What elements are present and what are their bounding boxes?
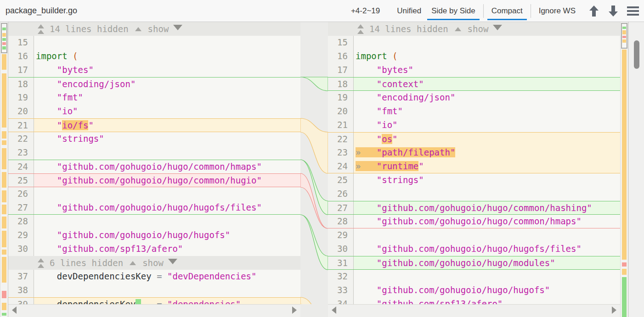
line-number: 21 — [328, 118, 354, 132]
prev-change-up-icon[interactable] — [588, 5, 600, 17]
overview-mark — [2, 231, 6, 247]
overview-mark — [2, 190, 6, 202]
code-row: 20 "fmt" — [328, 105, 620, 118]
overview-mark — [2, 172, 6, 188]
code-row: 32 — [328, 270, 620, 284]
show-link[interactable]: show — [142, 258, 164, 268]
line-number: 34 — [328, 297, 354, 304]
line-number: 27 — [328, 201, 354, 214]
line-number: 30 — [328, 242, 354, 256]
show-link[interactable]: show — [148, 24, 169, 34]
overview-mark — [2, 313, 6, 316]
expand-down-icon[interactable] — [173, 25, 182, 30]
line-number: 22 — [328, 133, 354, 146]
left-horizontal-scrollbar[interactable] — [8, 304, 300, 315]
line-number: 33 — [328, 284, 354, 297]
diff-connector — [300, 77, 328, 91]
line-number: 25 — [328, 173, 354, 187]
right-horizontal-scrollbar[interactable] — [328, 304, 620, 315]
show-link[interactable]: show — [468, 24, 489, 34]
compact-button[interactable]: Compact — [486, 0, 528, 22]
scroll-left-icon[interactable] — [12, 306, 17, 314]
overview-mark — [2, 54, 6, 70]
hidden-lines-label: 6 lines hidden — [50, 258, 123, 268]
line-number: 28 — [8, 215, 34, 228]
unified-button[interactable]: Unified — [392, 0, 426, 22]
right-overview-ruler[interactable] — [620, 22, 628, 317]
code-line — [34, 187, 300, 201]
code-row: 21 "io/fs" — [8, 118, 300, 132]
ignore-ws-button[interactable]: Ignore WS — [534, 0, 581, 22]
expand-down-icon[interactable] — [168, 259, 177, 264]
code-line: "strings" — [34, 132, 300, 146]
overview-mark — [2, 46, 6, 50]
expand-down-icon[interactable] — [493, 25, 502, 30]
code-row: 34 "github.com/spf13/afero" — [328, 297, 620, 304]
scroll-left-icon[interactable] — [332, 306, 336, 314]
code-line: import ( — [34, 50, 300, 63]
code-row: 25 "strings" — [328, 173, 620, 187]
code-row: 28 "github.com/gohugoio/hugo/common/hmap… — [328, 215, 620, 228]
code-row: 22 "os" — [328, 132, 620, 146]
code-line: "bytes" — [354, 63, 620, 77]
diff-connector — [300, 215, 328, 270]
overview-viewport[interactable] — [621, 23, 627, 49]
expand-above-icon[interactable] — [135, 27, 141, 31]
code-row: 21 "io" — [328, 118, 620, 132]
expand-up-icon[interactable] — [38, 24, 44, 34]
overview-mark — [622, 50, 627, 260]
overview-mark — [2, 217, 6, 228]
code-line — [34, 215, 300, 228]
expand-above-icon[interactable] — [130, 261, 136, 265]
next-change-down-icon[interactable] — [607, 5, 619, 17]
line-number: 21 — [8, 119, 34, 132]
code-line — [34, 284, 300, 297]
side-by-side-button[interactable]: Side by Side — [426, 0, 480, 22]
line-number: 17 — [8, 63, 34, 77]
overview-mark — [2, 33, 6, 37]
vertical-scrollbar[interactable] — [628, 22, 644, 317]
right-code-view: 14 lines hiddenshow1516import (17 "bytes… — [328, 22, 620, 304]
code-line: "github.com/gohugoio/hugo/hugofs" — [354, 284, 620, 297]
overview-viewport[interactable] — [1, 23, 7, 53]
code-line: "encoding/json" — [34, 78, 300, 91]
code-row: 23» "path/filepath" — [328, 146, 620, 160]
code-row: 39 dependenciesKey = "dependencies" — [8, 297, 300, 304]
code-row: 15 — [8, 36, 300, 50]
code-line: "fmt" — [354, 105, 620, 118]
left-overview-ruler[interactable] — [0, 22, 8, 317]
line-number: 24 — [328, 160, 354, 173]
code-row: 16import ( — [8, 50, 300, 63]
code-row: 18 "context" — [328, 77, 620, 91]
overview-mark — [622, 36, 626, 38]
scroll-right-icon[interactable] — [292, 306, 297, 314]
line-number: 18 — [8, 78, 34, 91]
code-row: 37 devDependenciesKey = "devDependencies… — [8, 270, 300, 284]
line-number: 37 — [8, 270, 34, 284]
line-number: 26 — [328, 187, 354, 201]
line-number: 29 — [8, 228, 34, 242]
diff-connector-gutter — [300, 22, 328, 317]
code-row: 30 "github.com/gohugoio/hugo/hugofs/file… — [328, 242, 620, 256]
line-number: 38 — [8, 284, 34, 297]
overview-mark — [2, 291, 6, 298]
code-row: 23 — [8, 146, 300, 160]
code-line: "io" — [34, 105, 300, 118]
expand-up-icon[interactable] — [357, 24, 364, 34]
menu-icon[interactable] — [627, 6, 639, 17]
left-file-pane: 14 lines hiddenshow1516import (17 "bytes… — [8, 22, 300, 317]
scroll-right-icon[interactable] — [612, 306, 616, 314]
code-row: 25 "github.com/gohugoio/hugo/common/hugi… — [8, 173, 300, 187]
hidden-lines-label: 14 lines hidden — [50, 24, 129, 34]
toolbar: package_builder.go +4-2~19 UnifiedSide b… — [0, 0, 644, 22]
overview-mark — [622, 30, 626, 34]
code-line: "github.com/gohugoio/hugo/common/hmaps" — [354, 215, 620, 228]
diff-connectors — [300, 22, 328, 304]
expand-up-icon[interactable] — [38, 258, 44, 268]
vertical-scrollbar-thumb[interactable] — [634, 40, 639, 69]
expand-above-icon[interactable] — [455, 27, 461, 31]
code-line: "github.com/gohugoio/hugo/hugofs" — [34, 228, 300, 242]
code-line — [354, 36, 620, 50]
code-line: "github.com/gohugoio/hugo/common/hugio" — [34, 174, 300, 187]
line-number: 25 — [8, 174, 34, 187]
